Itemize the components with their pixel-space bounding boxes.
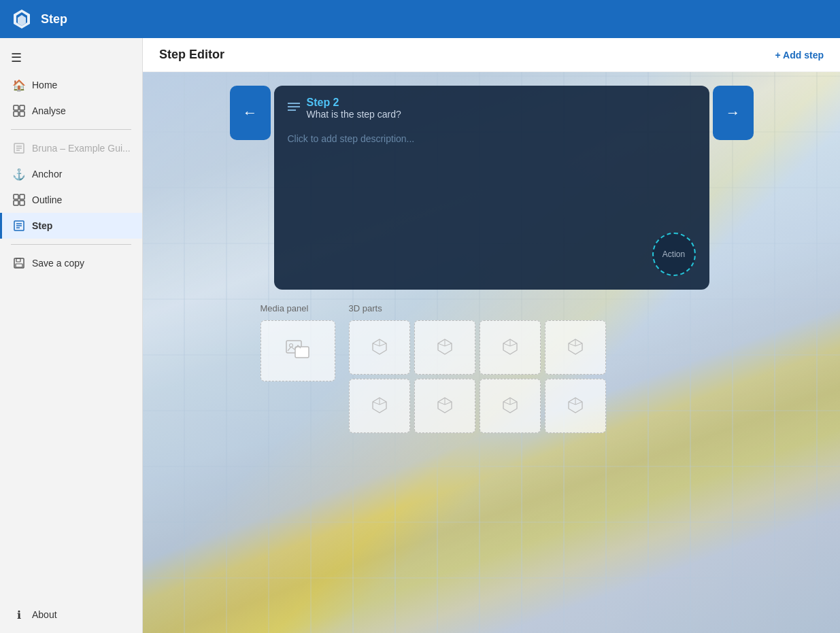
panels-section: Media panel xyxy=(261,303,723,433)
step-info: Step 2 What is the step card? xyxy=(307,97,401,120)
canvas-area[interactable]: ← → xyxy=(143,72,840,633)
step-title: Step 2 xyxy=(307,97,401,109)
sidebar: ☰ 🏠 Home Analyse xyxy=(0,38,143,633)
step-icon xyxy=(13,220,25,232)
left-arrow-icon: ← xyxy=(243,104,258,122)
svg-rect-11 xyxy=(14,194,18,199)
main-content: Step Editor + Add step ← xyxy=(143,38,840,633)
step-card: ← → xyxy=(274,86,709,290)
sidebar-item-anchor[interactable]: ⚓ Anchor xyxy=(0,161,142,187)
part-icon-1 xyxy=(370,337,389,359)
add-step-button[interactable]: + Add step xyxy=(775,50,824,61)
part-icon-8 xyxy=(566,395,585,417)
part-icon-3 xyxy=(501,337,520,359)
guide-icon xyxy=(13,142,25,154)
canvas-background: ← → xyxy=(143,72,840,633)
part-icon-6 xyxy=(435,395,454,417)
step-card-container: ← → xyxy=(274,86,709,290)
part-cell-8[interactable] xyxy=(545,379,606,433)
parts-panel-label: 3D parts xyxy=(349,303,606,313)
media-panel-box[interactable] xyxy=(261,320,335,381)
add-step-label: + Add step xyxy=(775,50,824,61)
step-description-input[interactable]: Click to add step description... xyxy=(274,125,709,152)
svg-rect-14 xyxy=(20,201,24,205)
svg-rect-4 xyxy=(20,105,24,110)
part-cell-3[interactable] xyxy=(480,320,541,375)
svg-rect-13 xyxy=(14,201,18,205)
svg-rect-12 xyxy=(20,194,24,199)
step-question: What is the step card? xyxy=(307,109,401,120)
svg-rect-26 xyxy=(295,347,309,358)
part-cell-2[interactable] xyxy=(414,320,475,375)
sidebar-label-analyse: Analyse xyxy=(32,105,66,116)
part-cell-4[interactable] xyxy=(545,320,606,375)
part-cell-7[interactable] xyxy=(480,379,541,433)
action-button[interactable]: Action xyxy=(652,233,696,276)
sidebar-item-outline[interactable]: Outline xyxy=(0,187,142,213)
app-logo xyxy=(11,8,33,30)
right-arrow-icon: → xyxy=(726,104,741,122)
step-nav-left-button[interactable]: ← xyxy=(230,86,271,140)
media-icon xyxy=(286,339,310,363)
sidebar-divider-1 xyxy=(11,129,131,130)
hamburger-menu[interactable]: ☰ xyxy=(0,44,142,72)
svg-rect-21 xyxy=(16,264,22,267)
sidebar-label-about: About xyxy=(32,609,57,620)
about-icon: ℹ xyxy=(13,609,25,621)
part-cell-6[interactable] xyxy=(414,379,475,433)
analyse-icon xyxy=(13,105,25,117)
sidebar-item-about[interactable]: ℹ About xyxy=(0,602,142,628)
sidebar-item-step[interactable]: Step xyxy=(0,213,142,239)
media-panel-label: Media panel xyxy=(261,303,335,313)
sidebar-label-home: Home xyxy=(32,80,57,90)
sidebar-item-guide: Bruna – Example Gui... xyxy=(0,135,142,161)
sidebar-label-anchor: Anchor xyxy=(32,169,62,179)
media-panel-group: Media panel xyxy=(261,303,335,381)
parts-grid xyxy=(349,320,606,433)
sidebar-label-save-copy: Save a copy xyxy=(32,258,84,269)
svg-rect-6 xyxy=(20,112,24,116)
card-spacer xyxy=(274,152,709,220)
sidebar-label-outline: Outline xyxy=(32,194,62,205)
sidebar-bottom: ℹ About xyxy=(0,602,142,628)
app-title: Step xyxy=(41,12,67,27)
part-icon-7 xyxy=(501,395,520,417)
sidebar-divider-2 xyxy=(11,244,131,245)
sidebar-item-analyse[interactable]: Analyse xyxy=(0,98,142,124)
sidebar-label-guide: Bruna – Example Gui... xyxy=(32,143,131,154)
part-cell-1[interactable] xyxy=(349,320,410,375)
part-icon-4 xyxy=(566,337,585,359)
home-icon: 🏠 xyxy=(13,79,25,91)
outline-icon xyxy=(13,194,25,206)
top-bar: Step xyxy=(0,0,840,38)
save-copy-icon xyxy=(13,257,25,269)
sidebar-label-step: Step xyxy=(32,220,52,231)
part-icon-5 xyxy=(370,395,389,417)
editor-header: Step Editor + Add step xyxy=(143,38,840,72)
svg-rect-3 xyxy=(14,105,18,110)
step-nav-right-button[interactable]: → xyxy=(713,86,754,140)
part-icon-2 xyxy=(435,337,454,359)
part-cell-5[interactable] xyxy=(349,379,410,433)
anchor-icon: ⚓ xyxy=(13,168,25,180)
parts-panel-group: 3D parts xyxy=(349,303,606,433)
sidebar-item-home[interactable]: 🏠 Home xyxy=(0,72,142,98)
sidebar-item-save-copy[interactable]: Save a copy xyxy=(0,250,142,276)
action-label: Action xyxy=(662,250,685,259)
main-layout: ☰ 🏠 Home Analyse xyxy=(0,38,840,633)
svg-rect-5 xyxy=(14,112,18,116)
step-card-header: Step 2 What is the step card? xyxy=(274,86,709,125)
editor-title: Step Editor xyxy=(159,48,224,62)
step-menu-icon xyxy=(288,102,300,114)
